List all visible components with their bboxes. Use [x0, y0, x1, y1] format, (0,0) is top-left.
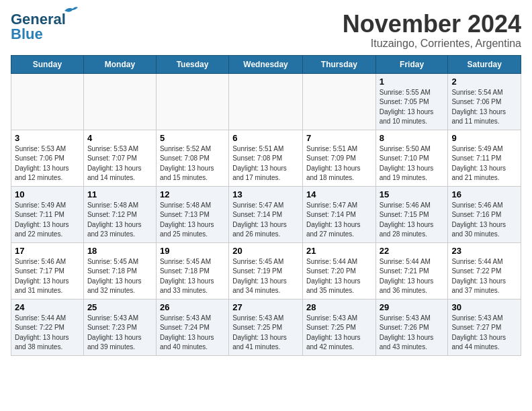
day-number: 16: [451, 189, 517, 199]
day-info: Sunrise: 5:47 AM Sunset: 7:14 PM Dayligh…: [232, 201, 299, 240]
weekday-header-saturday: Saturday: [448, 55, 521, 73]
day-info: Sunrise: 5:44 AM Sunset: 7:22 PM Dayligh…: [15, 314, 80, 353]
day-info: Sunrise: 5:43 AM Sunset: 7:24 PM Dayligh…: [160, 314, 225, 353]
day-info: Sunrise: 5:43 AM Sunset: 7:25 PM Dayligh…: [232, 314, 299, 353]
day-info: Sunrise: 5:48 AM Sunset: 7:13 PM Dayligh…: [160, 201, 225, 240]
day-number: 21: [306, 246, 372, 256]
calendar-cell: 10Sunrise: 5:49 AM Sunset: 7:11 PM Dayli…: [11, 186, 84, 242]
calendar-cell: 29Sunrise: 5:43 AM Sunset: 7:26 PM Dayli…: [375, 299, 448, 355]
day-number: 6: [232, 133, 299, 143]
day-number: 2: [451, 77, 517, 87]
day-number: 28: [306, 302, 372, 312]
day-number: 10: [15, 189, 80, 199]
day-number: 4: [87, 133, 152, 143]
calendar-cell: [302, 73, 375, 130]
day-number: 29: [380, 302, 445, 312]
weekday-header-friday: Friday: [375, 55, 448, 73]
logo-general: General: [11, 11, 66, 28]
calendar-cell: 25Sunrise: 5:43 AM Sunset: 7:23 PM Dayli…: [83, 299, 156, 355]
day-info: Sunrise: 5:43 AM Sunset: 7:25 PM Dayligh…: [306, 314, 372, 353]
calendar-cell: [83, 73, 156, 130]
calendar-cell: 14Sunrise: 5:47 AM Sunset: 7:14 PM Dayli…: [302, 186, 375, 242]
calendar-cell: 23Sunrise: 5:44 AM Sunset: 7:22 PM Dayli…: [448, 242, 521, 299]
calendar-cell: 2Sunrise: 5:54 AM Sunset: 7:06 PM Daylig…: [448, 73, 521, 130]
day-info: Sunrise: 5:53 AM Sunset: 7:07 PM Dayligh…: [87, 144, 152, 183]
day-number: 5: [160, 133, 225, 143]
calendar-cell: 7Sunrise: 5:51 AM Sunset: 7:09 PM Daylig…: [302, 130, 375, 186]
day-info: Sunrise: 5:54 AM Sunset: 7:06 PM Dayligh…: [451, 88, 517, 127]
day-info: Sunrise: 5:51 AM Sunset: 7:09 PM Dayligh…: [306, 144, 372, 183]
header: General Blue November 2024 Ituzaingo, Co…: [11, 11, 521, 50]
day-number: 8: [380, 133, 445, 143]
weekday-header-sunday: Sunday: [11, 55, 84, 73]
day-number: 23: [451, 246, 517, 256]
day-info: Sunrise: 5:44 AM Sunset: 7:20 PM Dayligh…: [306, 257, 372, 296]
calendar-cell: 24Sunrise: 5:44 AM Sunset: 7:22 PM Dayli…: [11, 299, 84, 355]
calendar-cell: 11Sunrise: 5:48 AM Sunset: 7:12 PM Dayli…: [83, 186, 156, 242]
day-info: Sunrise: 5:53 AM Sunset: 7:06 PM Dayligh…: [15, 144, 80, 183]
calendar-cell: 21Sunrise: 5:44 AM Sunset: 7:20 PM Dayli…: [302, 242, 375, 299]
calendar-cell: 8Sunrise: 5:50 AM Sunset: 7:10 PM Daylig…: [375, 130, 448, 186]
day-info: Sunrise: 5:49 AM Sunset: 7:11 PM Dayligh…: [15, 201, 80, 240]
day-info: Sunrise: 5:45 AM Sunset: 7:18 PM Dayligh…: [87, 257, 152, 296]
calendar-cell: 9Sunrise: 5:49 AM Sunset: 7:11 PM Daylig…: [448, 130, 521, 186]
day-number: 1: [380, 77, 445, 87]
calendar-cell: 27Sunrise: 5:43 AM Sunset: 7:25 PM Dayli…: [229, 299, 303, 355]
calendar-cell: 19Sunrise: 5:45 AM Sunset: 7:18 PM Dayli…: [156, 242, 228, 299]
weekday-header-wednesday: Wednesday: [229, 55, 303, 73]
calendar-cell: 4Sunrise: 5:53 AM Sunset: 7:07 PM Daylig…: [83, 130, 156, 186]
day-info: Sunrise: 5:51 AM Sunset: 7:08 PM Dayligh…: [232, 144, 299, 183]
calendar-cell: 16Sunrise: 5:46 AM Sunset: 7:16 PM Dayli…: [448, 186, 521, 242]
calendar-table: SundayMondayTuesdayWednesdayThursdayFrid…: [11, 55, 521, 356]
day-number: 26: [160, 302, 225, 312]
day-number: 12: [160, 189, 225, 199]
logo: General Blue: [11, 11, 66, 43]
logo-bird-icon: [63, 5, 78, 16]
day-number: 30: [451, 302, 517, 312]
weekday-header-monday: Monday: [83, 55, 156, 73]
weekday-header-tuesday: Tuesday: [156, 55, 228, 73]
calendar-cell: 6Sunrise: 5:51 AM Sunset: 7:08 PM Daylig…: [229, 130, 303, 186]
calendar-cell: 3Sunrise: 5:53 AM Sunset: 7:06 PM Daylig…: [11, 130, 84, 186]
day-info: Sunrise: 5:49 AM Sunset: 7:11 PM Dayligh…: [451, 144, 517, 183]
day-info: Sunrise: 5:43 AM Sunset: 7:23 PM Dayligh…: [87, 314, 152, 353]
month-title: November 2024: [343, 11, 521, 38]
day-number: 27: [232, 302, 299, 312]
day-info: Sunrise: 5:47 AM Sunset: 7:14 PM Dayligh…: [306, 201, 372, 240]
weekday-header-thursday: Thursday: [302, 55, 375, 73]
title-area: November 2024 Ituzaingo, Corrientes, Arg…: [343, 11, 521, 50]
day-number: 13: [232, 189, 299, 199]
day-number: 18: [87, 246, 152, 256]
day-number: 19: [160, 246, 225, 256]
day-info: Sunrise: 5:44 AM Sunset: 7:21 PM Dayligh…: [380, 257, 445, 296]
day-number: 22: [380, 246, 445, 256]
day-number: 25: [87, 302, 152, 312]
calendar-cell: 17Sunrise: 5:46 AM Sunset: 7:17 PM Dayli…: [11, 242, 84, 299]
day-info: Sunrise: 5:46 AM Sunset: 7:16 PM Dayligh…: [451, 201, 517, 240]
calendar-cell: 15Sunrise: 5:46 AM Sunset: 7:15 PM Dayli…: [375, 186, 448, 242]
location: Ituzaingo, Corrientes, Argentina: [343, 38, 521, 50]
day-info: Sunrise: 5:48 AM Sunset: 7:12 PM Dayligh…: [87, 201, 152, 240]
day-number: 11: [87, 189, 152, 199]
day-number: 9: [451, 133, 517, 143]
day-info: Sunrise: 5:50 AM Sunset: 7:10 PM Dayligh…: [380, 144, 445, 183]
day-number: 17: [15, 246, 80, 256]
calendar-cell: 12Sunrise: 5:48 AM Sunset: 7:13 PM Dayli…: [156, 186, 228, 242]
day-info: Sunrise: 5:46 AM Sunset: 7:17 PM Dayligh…: [15, 257, 80, 296]
day-number: 15: [380, 189, 445, 199]
calendar-cell: 26Sunrise: 5:43 AM Sunset: 7:24 PM Dayli…: [156, 299, 228, 355]
day-info: Sunrise: 5:52 AM Sunset: 7:08 PM Dayligh…: [160, 144, 225, 183]
calendar-cell: [156, 73, 228, 130]
calendar-cell: 20Sunrise: 5:45 AM Sunset: 7:19 PM Dayli…: [229, 242, 303, 299]
calendar-cell: [11, 73, 84, 130]
day-number: 24: [15, 302, 80, 312]
day-number: 14: [306, 189, 372, 199]
calendar-cell: [229, 73, 303, 130]
calendar-cell: 1Sunrise: 5:55 AM Sunset: 7:05 PM Daylig…: [375, 73, 448, 130]
day-number: 7: [306, 133, 372, 143]
day-number: 20: [232, 246, 299, 256]
day-info: Sunrise: 5:43 AM Sunset: 7:27 PM Dayligh…: [451, 314, 517, 353]
calendar-cell: 30Sunrise: 5:43 AM Sunset: 7:27 PM Dayli…: [448, 299, 521, 355]
day-info: Sunrise: 5:45 AM Sunset: 7:19 PM Dayligh…: [232, 257, 299, 296]
day-info: Sunrise: 5:55 AM Sunset: 7:05 PM Dayligh…: [380, 88, 445, 127]
